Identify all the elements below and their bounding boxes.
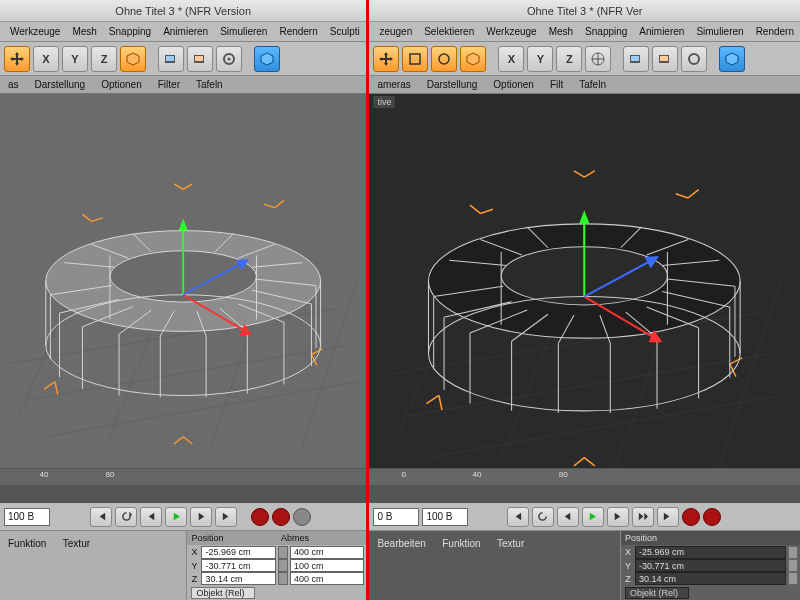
menu-selektieren[interactable]: Selektieren bbox=[418, 26, 480, 37]
menu-animieren[interactable]: Animieren bbox=[633, 26, 690, 37]
y-axis-button[interactable]: Y bbox=[527, 46, 553, 72]
render-settings-button[interactable] bbox=[216, 46, 242, 72]
pos-y-field[interactable]: -30.771 cm bbox=[201, 559, 276, 572]
view-filter[interactable]: Filt bbox=[542, 79, 571, 90]
loop-button[interactable] bbox=[115, 507, 137, 527]
end-frame-field[interactable]: 100 B bbox=[422, 508, 468, 526]
timeline-ruler[interactable]: 0 40 80 bbox=[369, 469, 800, 485]
view-panels[interactable]: Tafeln bbox=[571, 79, 614, 90]
menu-erzeugen[interactable]: zeugen bbox=[373, 26, 418, 37]
pos-y-field[interactable]: -30.771 cm bbox=[635, 559, 786, 572]
menu-werkzeuge[interactable]: Werkzeuge bbox=[4, 26, 66, 37]
render-settings-button[interactable] bbox=[681, 46, 707, 72]
x-axis-button[interactable]: X bbox=[33, 46, 59, 72]
size-y-field[interactable]: 100 cm bbox=[290, 559, 365, 572]
menu-snapping[interactable]: Snapping bbox=[103, 26, 157, 37]
next-frame-button[interactable] bbox=[607, 507, 629, 527]
add-object-button[interactable] bbox=[719, 46, 745, 72]
view-filter[interactable]: Filter bbox=[150, 79, 188, 90]
pos-z-field[interactable]: 30.14 cm bbox=[635, 572, 786, 585]
pos-x-field[interactable]: -25.969 cm bbox=[201, 546, 276, 559]
autokey-button[interactable] bbox=[703, 508, 721, 526]
render-button[interactable] bbox=[623, 46, 649, 72]
timeline[interactable]: 40 80 bbox=[0, 468, 366, 502]
y-axis-button[interactable]: Y bbox=[62, 46, 88, 72]
menu-simulieren[interactable]: Simulieren bbox=[690, 26, 749, 37]
tab-bearbeiten[interactable]: Bearbeiten bbox=[375, 536, 435, 551]
viewport-3d[interactable]: tive bbox=[369, 94, 800, 468]
cube-primitive-button[interactable] bbox=[120, 46, 146, 72]
go-start-button[interactable] bbox=[90, 507, 112, 527]
record-button[interactable] bbox=[682, 508, 700, 526]
coord-system-button[interactable] bbox=[585, 46, 611, 72]
stepper-icon[interactable] bbox=[788, 546, 798, 559]
size-z-field[interactable]: 400 cm bbox=[290, 572, 365, 585]
move-tool-button[interactable] bbox=[4, 46, 30, 72]
menu-mesh[interactable]: Mesh bbox=[543, 26, 579, 37]
record-button[interactable] bbox=[251, 508, 269, 526]
menu-animieren[interactable]: Animieren bbox=[157, 26, 214, 37]
pos-x-field[interactable]: -25.969 cm bbox=[635, 546, 786, 559]
menu-mesh[interactable]: Mesh bbox=[66, 26, 102, 37]
render-region-button[interactable] bbox=[652, 46, 678, 72]
view-cameras[interactable]: ameras bbox=[369, 79, 418, 90]
x-axis-button[interactable]: X bbox=[498, 46, 524, 72]
object-rel-dropdown[interactable]: Objekt (Rel) bbox=[625, 587, 689, 599]
tab-funktion[interactable]: Funktion bbox=[6, 536, 56, 551]
menu-simulieren[interactable]: Simulieren bbox=[214, 26, 273, 37]
menu-werkzeuge[interactable]: Werkzeuge bbox=[480, 26, 542, 37]
stepper-icon[interactable] bbox=[278, 546, 288, 559]
scale-tool-button[interactable] bbox=[402, 46, 428, 72]
view-display[interactable]: Darstellung bbox=[419, 79, 486, 90]
menu-rendern[interactable]: Rendern bbox=[273, 26, 323, 37]
keyframe-button[interactable] bbox=[293, 508, 311, 526]
timeline-ruler[interactable]: 40 80 bbox=[0, 469, 366, 485]
main-menu[interactable]: zeugen Selektieren Werkzeuge Mesh Snappi… bbox=[369, 22, 800, 42]
view-options[interactable]: Optionen bbox=[485, 79, 542, 90]
menu-sculpting[interactable]: Sculpti bbox=[324, 26, 366, 37]
next-key-button[interactable] bbox=[632, 507, 654, 527]
tab-funktion[interactable]: Funktion bbox=[440, 536, 490, 551]
stepper-icon[interactable] bbox=[788, 559, 798, 572]
autokey-button[interactable] bbox=[272, 508, 290, 526]
timeline-tracks[interactable] bbox=[0, 485, 366, 503]
stepper-icon[interactable] bbox=[788, 572, 798, 585]
start-frame-field[interactable]: 0 B bbox=[373, 508, 419, 526]
viewport-menu[interactable]: ameras Darstellung Optionen Filt Tafeln bbox=[369, 76, 800, 94]
stepper-icon[interactable] bbox=[278, 572, 288, 585]
tab-textur[interactable]: Textur bbox=[495, 536, 534, 551]
go-end-button[interactable] bbox=[657, 507, 679, 527]
loop-button[interactable] bbox=[532, 507, 554, 527]
prev-frame-button[interactable] bbox=[557, 507, 579, 527]
view-options[interactable]: Optionen bbox=[93, 79, 150, 90]
go-start-button[interactable] bbox=[507, 507, 529, 527]
object-rel-dropdown[interactable]: Objekt (Rel) bbox=[191, 587, 255, 599]
play-button[interactable] bbox=[582, 507, 604, 527]
render-region-button[interactable] bbox=[187, 46, 213, 72]
view-cameras[interactable]: as bbox=[0, 79, 27, 90]
timeline[interactable]: 0 40 80 bbox=[369, 468, 800, 502]
add-object-button[interactable] bbox=[254, 46, 280, 72]
view-display[interactable]: Darstellung bbox=[27, 79, 94, 90]
end-frame-field[interactable]: 100 B bbox=[4, 508, 50, 526]
z-axis-button[interactable]: Z bbox=[91, 46, 117, 72]
timeline-tracks[interactable] bbox=[369, 485, 800, 503]
stepper-icon[interactable] bbox=[278, 559, 288, 572]
cube-primitive-button[interactable] bbox=[460, 46, 486, 72]
go-end-button[interactable] bbox=[215, 507, 237, 527]
viewport-menu[interactable]: as Darstellung Optionen Filter Tafeln bbox=[0, 76, 366, 94]
tab-textur[interactable]: Textur bbox=[61, 536, 100, 551]
pos-z-field[interactable]: 30.14 cm bbox=[201, 572, 276, 585]
next-frame-button[interactable] bbox=[190, 507, 212, 527]
viewport-3d[interactable] bbox=[0, 94, 366, 468]
size-x-field[interactable]: 400 cm bbox=[290, 546, 365, 559]
menu-rendern[interactable]: Rendern bbox=[750, 26, 800, 37]
render-button[interactable] bbox=[158, 46, 184, 72]
main-menu[interactable]: Werkzeuge Mesh Snapping Animieren Simuli… bbox=[0, 22, 366, 42]
z-axis-button[interactable]: Z bbox=[556, 46, 582, 72]
rotate-tool-button[interactable] bbox=[431, 46, 457, 72]
menu-snapping[interactable]: Snapping bbox=[579, 26, 633, 37]
move-tool-button[interactable] bbox=[373, 46, 399, 72]
view-panels[interactable]: Tafeln bbox=[188, 79, 231, 90]
play-button[interactable] bbox=[165, 507, 187, 527]
